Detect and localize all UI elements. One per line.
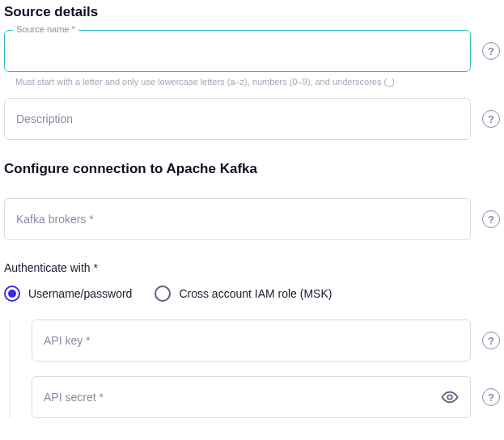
description-field-wrap [4,98,471,140]
help-icon[interactable]: ? [482,42,500,60]
authenticate-with-label: Authenticate with * [4,261,500,274]
configure-connection-heading: Configure connection to Apache Kafka [4,161,500,177]
api-key-input[interactable] [44,334,459,347]
auth-radio-group: Username/password Cross account IAM role… [4,286,500,302]
api-key-field-wrap [32,319,471,362]
radio-dot-icon [8,290,16,298]
auth-credentials-block: ? ? [9,319,500,418]
help-icon[interactable]: ? [482,210,500,228]
source-details-heading: Source details [4,4,500,20]
help-icon[interactable]: ? [482,332,500,349]
radio-circle-icon [4,286,20,302]
api-secret-input[interactable] [44,391,434,404]
source-name-input[interactable] [16,44,459,57]
kafka-brokers-field-wrap [4,198,471,240]
svg-point-0 [447,395,452,400]
source-name-label: Source name * [13,24,78,34]
auth-radio-iam[interactable]: Cross account IAM role (MSK) [155,286,332,302]
auth-radio-userpass-label: Username/password [28,287,132,300]
help-icon[interactable]: ? [482,388,500,406]
kafka-brokers-input[interactable] [16,213,459,226]
auth-radio-iam-label: Cross account IAM role (MSK) [179,287,332,300]
eye-icon[interactable] [434,388,459,406]
source-name-field-wrap [4,30,471,72]
api-secret-field-wrap [32,376,471,418]
radio-circle-icon [155,286,171,302]
help-icon[interactable]: ? [482,110,500,128]
description-input[interactable] [16,112,459,125]
source-name-hint: Must start with a letter and only use lo… [15,77,500,87]
auth-radio-userpass[interactable]: Username/password [4,286,132,302]
